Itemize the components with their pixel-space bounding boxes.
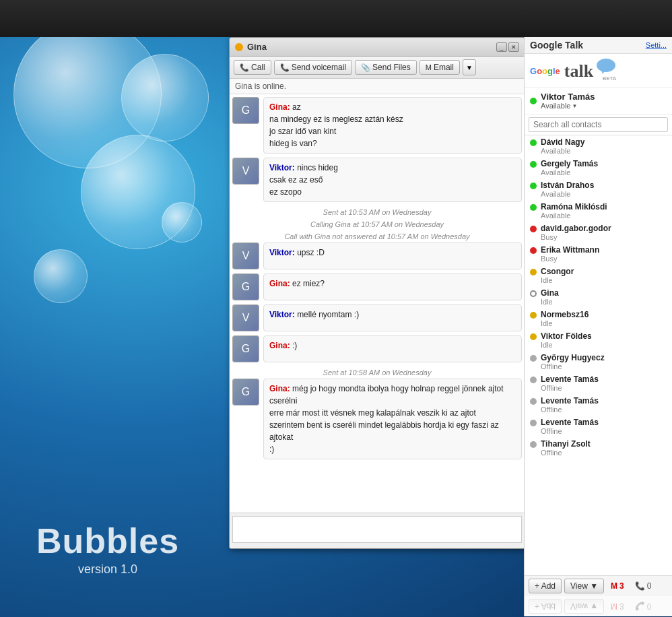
settings-link[interactable]: Setti... <box>646 41 667 49</box>
contact-status-text: Offline <box>541 427 599 435</box>
list-item[interactable]: Ramóna MiklósdiAvailable <box>525 200 672 222</box>
contact-name: Levente Tamás <box>541 418 599 427</box>
contact-status-dot <box>530 333 537 340</box>
email-icon: M <box>426 63 432 71</box>
contact-status-text: Busy <box>541 233 611 241</box>
list-item[interactable]: CsongorIdle <box>525 265 672 286</box>
gtalk-title: Google Talk <box>530 40 583 51</box>
bubble-5 <box>162 202 202 242</box>
call-button[interactable]: 📞 Call <box>234 60 271 75</box>
contact-status-dot <box>530 269 537 275</box>
search-input[interactable] <box>529 117 668 132</box>
send-files-button[interactable]: 📎 Send Files <box>355 60 417 75</box>
message-block: VViktor: nincs hidegcsak ez az esőez szo… <box>232 158 522 202</box>
contact-status-text: Available <box>541 168 598 176</box>
contact-status-dot <box>530 355 537 362</box>
chat-toolbar: 📞 Call 📞 Send voicemail 📎 Send Files M E… <box>230 57 525 79</box>
files-icon: 📎 <box>361 63 370 72</box>
email-button[interactable]: M Email <box>419 60 460 75</box>
avatar: G <box>232 273 259 300</box>
system-message: Sent at 10:53 AM on Wednesday <box>232 206 522 218</box>
bubble-4 <box>34 249 88 303</box>
list-item[interactable]: david.gabor.godorBusy <box>525 222 672 243</box>
contact-status-dot <box>530 398 537 405</box>
add-contact-button-mirror: + Add <box>529 599 562 614</box>
message-bubble: Gina: még jo hogy mondta ibolya hogy hol… <box>263 379 522 459</box>
chat-messages[interactable]: GGina: azna mindegy ez is meglesz aztán … <box>230 94 525 513</box>
list-item[interactable]: István DrahosAvailable <box>525 178 672 200</box>
bubble-3 <box>121 54 209 141</box>
contact-status-dot <box>530 204 537 211</box>
list-item[interactable]: Levente TamásOffline <box>525 372 672 394</box>
contact-status-text: Busy <box>541 255 599 263</box>
contact-status-dot <box>530 420 537 426</box>
list-item[interactable]: Viktor FöldesIdle <box>525 329 672 351</box>
call-label: Call <box>251 63 265 72</box>
view-label: View ▼ <box>570 581 598 591</box>
my-user-info: Viktor Tamás Available ▼ <box>541 92 595 110</box>
contact-status-text: Offline <box>541 449 591 457</box>
talk-bubble-icon <box>596 58 616 75</box>
contact-list: Dávid NagyAvailableGergely TamásAvailabl… <box>525 135 672 575</box>
gtalk-panel: Google Talk Setti... Google talk BETA Vi… <box>524 37 672 616</box>
status-text: Gina is online. <box>235 82 286 91</box>
list-item[interactable]: György HugyeczOffline <box>525 351 672 372</box>
message-block: GGina: még jo hogy mondta ibolya hogy ho… <box>232 379 522 459</box>
more-options-button[interactable]: ▼ <box>463 59 476 75</box>
list-item[interactable]: Erika WittmannBusy <box>525 243 672 265</box>
chat-title-controls: _ ✕ <box>496 42 519 52</box>
list-item[interactable]: Tihanyi ZsoltOffline <box>525 437 672 459</box>
contact-status-text: Offline <box>541 384 599 392</box>
message-bubble: Viktor: nincs hidegcsak ez az esőez szop… <box>263 158 522 202</box>
top-bar <box>0 0 672 37</box>
contact-name: Levente Tamás <box>541 375 599 384</box>
call-indicator: 📞 0 <box>631 579 656 593</box>
avatar: G <box>232 335 259 362</box>
minimize-button[interactable]: _ <box>496 42 507 52</box>
contact-name: Viktor Földes <box>541 331 592 341</box>
chat-title-dot <box>235 43 243 51</box>
add-contact-button[interactable]: + Add <box>529 579 562 593</box>
call-icon: 📞 <box>635 581 645 591</box>
view-button[interactable]: View ▼ <box>564 579 604 593</box>
my-status[interactable]: Available ▼ <box>541 102 595 110</box>
mail-indicator: M 3 <box>607 579 628 593</box>
chat-titlebar: Gina _ ✕ <box>230 38 525 57</box>
watermark: Bubbles version 1.0 <box>0 521 215 577</box>
message-sender: Gina: <box>269 279 292 288</box>
call-indicator-mirror: 📞0 <box>631 599 656 613</box>
voicemail-icon: 📞 <box>280 63 290 72</box>
voicemail-button[interactable]: 📞 Send voicemail <box>274 60 352 75</box>
contact-status-dot <box>530 226 537 232</box>
status-dropdown-arrow: ▼ <box>572 103 577 109</box>
gtalk-header: Google Talk Setti... <box>525 37 672 54</box>
avatar: V <box>232 304 259 331</box>
message-block: VViktor: mellé nyomtam :) <box>232 304 522 331</box>
close-button[interactable]: ✕ <box>508 42 519 52</box>
contact-status-dot <box>530 183 537 189</box>
message-bubble: Gina: :) <box>263 335 522 362</box>
message-block: VViktor: upsz :D <box>232 242 522 269</box>
message-bubble: Viktor: upsz :D <box>263 242 522 269</box>
avatar: G <box>232 379 259 405</box>
list-item[interactable]: Dávid NagyAvailable <box>525 135 672 157</box>
message-block: GGina: ez miez? <box>232 273 522 300</box>
list-item[interactable]: Normebsz16Idle <box>525 308 672 329</box>
email-label: Email <box>434 63 454 72</box>
chat-input[interactable] <box>232 516 522 543</box>
message-block: GGina: azna mindegy ez is meglesz aztán … <box>232 97 522 154</box>
contact-name: Csongor <box>541 267 574 276</box>
message-bubble: Gina: ez miez? <box>263 273 522 300</box>
files-label: Send Files <box>372 63 411 72</box>
list-item[interactable]: GinaIdle <box>525 286 672 308</box>
list-item[interactable]: Levente TamásOffline <box>525 394 672 416</box>
voicemail-label: Send voicemail <box>292 63 346 72</box>
mail-icon: M <box>611 581 617 591</box>
list-item[interactable]: Levente TamásOffline <box>525 416 672 437</box>
my-name: Viktor Tamás <box>541 92 595 102</box>
contact-status-text: Available <box>541 147 584 155</box>
contact-name: Gina <box>541 288 559 298</box>
message-sender: Viktor: <box>269 248 297 257</box>
google-logo: Google <box>530 66 560 76</box>
list-item[interactable]: Gergely TamásAvailable <box>525 157 672 178</box>
